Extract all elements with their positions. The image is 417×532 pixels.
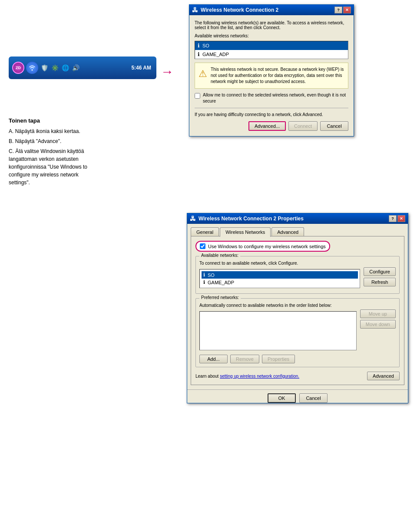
- network-title-icon: 🖧: [192, 7, 198, 13]
- tab-content-wireless: Use Windows to configure my wireless net…: [191, 236, 404, 385]
- ok-button[interactable]: OK: [268, 393, 296, 403]
- available-description: To connect to an available network, clic…: [199, 261, 396, 266]
- learn-text: Learn about: [195, 374, 220, 379]
- dialog2-titlebar-buttons: ? ✕: [389, 215, 405, 222]
- move-up-button[interactable]: Move up: [360, 309, 396, 318]
- svg-point-0: [32, 70, 33, 71]
- taskbar-time: 5:46 AM: [131, 65, 153, 71]
- wifi-icon[interactable]: [26, 62, 38, 74]
- arrow-indicator: →: [161, 64, 174, 79]
- wireless-connection-dialog: 🖧 Wireless Network Connection 2 ? ✕ The …: [189, 4, 354, 136]
- network-list-1: ℹ SO ℹ GAME_ADP: [195, 41, 348, 59]
- dialog1-buttons: Advanced... Connect Cancel: [195, 121, 348, 131]
- warning-icon: ⚠: [199, 67, 207, 81]
- instructions-title: Toinen tapa: [9, 117, 174, 124]
- wireless-properties-dialog: 🖧 Wireless Network Connection 2 Properti…: [187, 213, 408, 403]
- configure-button[interactable]: Configure: [364, 267, 396, 276]
- network-icon-so: ℹ: [198, 43, 200, 49]
- connect-button[interactable]: Connect: [288, 121, 318, 131]
- cancel-button-1[interactable]: Cancel: [320, 121, 348, 131]
- learn-text-container: Learn about setting up wireless network …: [195, 374, 299, 379]
- preferred-bottom-buttons: Add... Remove Properties: [199, 355, 396, 363]
- preferred-list: [199, 311, 357, 350]
- tab-wireless-networks[interactable]: Wireless Networks: [220, 227, 271, 237]
- preferred-description: Automatically connect to available netwo…: [199, 303, 396, 308]
- cancel-button-2[interactable]: Cancel: [299, 393, 328, 403]
- instruction-b: B. Näpäytä "Advance".: [9, 137, 174, 145]
- tabs-row: General Wireless Networks Advanced: [191, 227, 404, 236]
- avail-icon-so: ℹ: [203, 272, 205, 278]
- help-button[interactable]: ?: [334, 7, 342, 13]
- dialog2-advanced-button[interactable]: Advanced: [367, 372, 400, 380]
- available-label: Available wireless networks:: [195, 33, 348, 38]
- add-button[interactable]: Add...: [199, 355, 228, 363]
- network-item-game-adp[interactable]: ℹ GAME_ADP: [195, 50, 348, 59]
- advanced-button[interactable]: Advanced...: [248, 121, 286, 131]
- dialog2-titlebar: 🖧 Wireless Network Connection 2 Properti…: [187, 213, 408, 224]
- preferred-content: Move up Move down: [199, 309, 396, 352]
- properties-button[interactable]: Properties: [262, 355, 295, 363]
- dialog1-description: The following wireless network(s) are av…: [195, 20, 348, 30]
- avail-item-game[interactable]: ℹ GAME_ADP: [202, 279, 358, 286]
- titlebar-buttons: ? ✕: [334, 7, 351, 13]
- use-windows-checkbox[interactable]: [200, 243, 205, 249]
- globe-icon: 🌐: [61, 63, 70, 72]
- dialog1-titlebar: 🖧 Wireless Network Connection 2 ? ✕: [189, 5, 354, 15]
- dialog2-close-button[interactable]: ✕: [397, 215, 405, 222]
- available-buttons: Configure Refresh: [364, 267, 396, 286]
- footer-text: If you are having difficulty connecting …: [195, 112, 348, 118]
- refresh-button[interactable]: Refresh: [364, 278, 396, 286]
- dialog1-content: The following wireless network(s) are av…: [189, 15, 354, 136]
- preferred-right-buttons: Move up Move down: [360, 309, 396, 329]
- star-icon: ✳️: [50, 63, 59, 72]
- preferred-networks-group: Preferred networks: Automatically connec…: [195, 298, 400, 367]
- available-networks-label: Available networks:: [199, 253, 240, 258]
- volume-icon: 🔊: [71, 63, 80, 72]
- remove-button[interactable]: Remove: [230, 355, 259, 363]
- instructions-panel: Toinen tapa A. Näpäytä ikonia kaksi kert…: [9, 117, 174, 189]
- props-title-icon: 🖧: [190, 215, 196, 222]
- avail-item-so[interactable]: ℹ SO: [202, 271, 358, 279]
- allow-checkbox[interactable]: [195, 93, 200, 99]
- network-icon-game: ℹ: [198, 51, 200, 57]
- move-down-button[interactable]: Move down: [360, 320, 396, 329]
- dialog2-help-button[interactable]: ?: [389, 215, 397, 222]
- shield-icon: 🛡️: [40, 63, 49, 72]
- learn-link[interactable]: setting up wireless network configuratio…: [220, 374, 299, 379]
- learn-row: Learn about setting up wireless network …: [195, 372, 400, 380]
- warning-text: This wireless network is not secure. Bec…: [211, 66, 344, 85]
- network-item-so[interactable]: ℹ SO: [195, 41, 348, 50]
- tab-general[interactable]: General: [191, 227, 219, 236]
- divider-1: [195, 108, 348, 108]
- preferred-networks-label: Preferred networks:: [199, 295, 241, 300]
- dialog2-tabs-container: General Wireless Networks Advanced Use W…: [187, 224, 408, 385]
- warning-box: ⚠ This wireless network is not secure. B…: [195, 63, 348, 89]
- allow-checkbox-row: Allow me to connect to the selected wire…: [195, 92, 348, 104]
- available-networks-group: Available networks: To connect to an ava…: [195, 256, 400, 294]
- available-content: ℹ SO ℹ GAME_ADP Configure Refresh: [199, 267, 396, 290]
- zd-icon[interactable]: ZD: [12, 62, 24, 74]
- instruction-a: A. Näpäytä ikonia kaksi kertaa.: [9, 127, 174, 135]
- dialog2-title: Wireless Network Connection 2 Properties: [199, 216, 389, 222]
- use-windows-label: Use Windows to configure my wireless net…: [208, 244, 326, 249]
- dialog1-title: Wireless Network Connection 2: [201, 7, 334, 13]
- instruction-c: C. Älä valitse Windowsin käyttöä langatt…: [9, 147, 174, 186]
- avail-icon-game: ℹ: [203, 279, 205, 285]
- tab-advanced[interactable]: Advanced: [271, 227, 304, 236]
- ok-cancel-row: OK Cancel: [187, 389, 408, 403]
- available-list: ℹ SO ℹ GAME_ADP: [199, 269, 360, 288]
- use-windows-checkbox-row: Use Windows to configure my wireless net…: [195, 241, 330, 252]
- close-button[interactable]: ✕: [343, 7, 351, 13]
- taskbar: ZD 🛡️ ✳️ 🌐 🔊 5:46 AM: [9, 57, 156, 79]
- allow-label: Allow me to connect to the selected wire…: [203, 92, 348, 104]
